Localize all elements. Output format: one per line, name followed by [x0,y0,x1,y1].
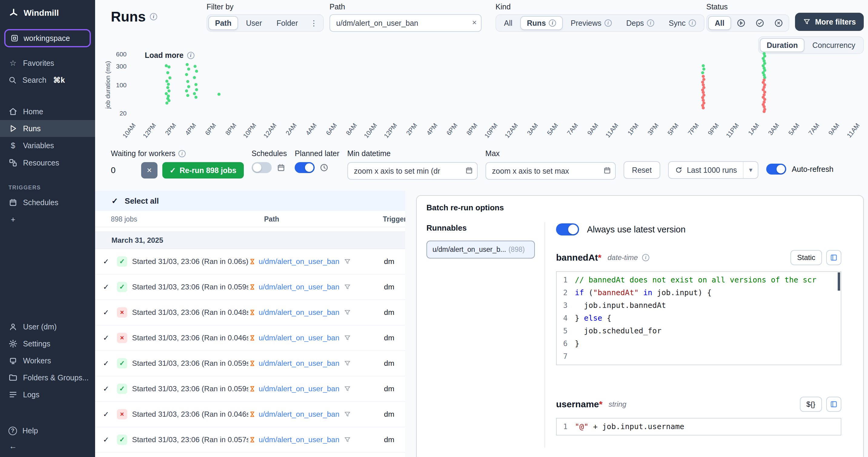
code-editor[interactable]: 1// bannedAt does not exist on all versi… [556,271,841,365]
sidebar-item-variables[interactable]: $ Variables [0,137,95,154]
funnel-icon[interactable] [344,309,351,316]
clear-selection-button[interactable]: × [141,162,157,178]
select-all-label: Select all [125,196,159,206]
sidebar-item-favorites[interactable]: ☆ Favorites [0,55,95,72]
run-row[interactable]: ✓ ✓ Started 31/03, 23:06 (Ran in 0.06s) … [95,249,405,275]
row-checkbox[interactable]: ✓ [103,359,112,368]
row-checkbox[interactable]: ✓ [103,257,112,266]
run-path-link[interactable]: u/dm/alert_on_user_ban [259,410,340,419]
info-icon[interactable]: i [150,13,157,20]
scatter-plot[interactable]: 6003001002010AM12PM2PM4PM6PM8PM10PM12AM2… [131,52,855,118]
run-path-link[interactable]: u/dm/alert_on_user_ban [259,308,340,317]
run-path-link[interactable]: u/dm/alert_on_user_ban [259,283,340,291]
sidebar-item-schedules[interactable]: Schedules [0,194,95,211]
input-mode-button[interactable]: Static [790,250,822,265]
reset-button[interactable]: Reset [624,161,660,179]
sidebar-item-help[interactable]: ? Help [0,423,95,439]
select-all-row[interactable]: ✓ Select all [95,191,405,211]
filter-option-path[interactable]: Path [208,16,238,30]
run-row[interactable]: ✓ × Started 31/03, 23:06 (Ran in 0.046s)… [95,402,405,427]
run-row[interactable]: ✓ ✓ Started 31/03, 23:06 (Ran in 0.057s)… [95,427,405,453]
filter-more-menu-button[interactable]: ⋮ [306,16,322,30]
row-checkbox[interactable]: ✓ [103,435,112,444]
auto-refresh-toggle[interactable] [766,164,786,175]
funnel-icon[interactable] [344,258,351,265]
clear-path-icon[interactable]: × [472,19,477,26]
run-row[interactable]: ✓ ✓ Started 31/03, 23:06 (Ran in 0.059s)… [95,351,405,376]
funnel-icon[interactable] [344,283,351,291]
row-checkbox[interactable]: ✓ [103,334,112,342]
funnel-icon[interactable] [344,411,351,418]
runnable-item[interactable]: u/dm/alert_on_user_b... (898) [427,240,535,258]
status-option-failure[interactable] [770,16,787,30]
calendar-icon[interactable] [465,166,473,177]
max-datetime-input[interactable] [486,162,616,180]
row-checkbox[interactable]: ✓ [103,308,112,317]
filter-option-user[interactable]: User [239,16,269,30]
run-path-link[interactable]: u/dm/alert_on_user_ban [259,334,340,342]
calendar-icon[interactable] [603,166,612,177]
run-row[interactable]: ✓ ✓ Started 31/03, 23:06 (Ran in 0.059s)… [95,275,405,300]
row-checkbox[interactable]: ✓ [103,410,112,419]
editor-scrollbar[interactable] [838,273,840,291]
sidebar-item-settings[interactable]: Settings [0,335,95,352]
run-row[interactable]: ✓ ✓ Started 31/03, 23:06 (Ran in 0.059s)… [95,376,405,402]
filter-option-folder[interactable]: Folder [270,16,305,30]
dollar-icon: $ [8,141,18,150]
sidebar-item-folders-groups[interactable]: Folders & Groups... [0,369,95,386]
kind-option-sync[interactable]: Synci [662,16,703,30]
sidebar-add-trigger-button[interactable]: + [0,211,95,228]
min-datetime-input[interactable] [347,162,477,180]
kind-option-all[interactable]: All [497,16,519,30]
run-path-link[interactable]: u/dm/alert_on_user_ban [259,384,340,393]
triggers-section-label: TRIGGERS [8,184,87,191]
sidebar-collapse-button[interactable]: ← [0,439,95,457]
row-checkbox[interactable]: ✓ [103,384,112,393]
page-title-text: Runs [111,8,146,25]
funnel-icon[interactable] [344,385,351,393]
tab-duration[interactable]: Duration [760,38,804,52]
sidebar-item-resources[interactable]: Resources [0,154,95,171]
sidebar-item-logs[interactable]: Logs [0,386,95,403]
x-axis-tick: 4PM [184,122,198,137]
more-filters-button[interactable]: More filters [795,13,864,31]
status-option-running[interactable] [732,16,750,30]
funnel-icon[interactable] [344,436,351,444]
run-row[interactable]: ✓ × Started 31/03, 23:06 (Ran in 0.046s)… [95,325,405,351]
run-path-link[interactable]: u/dm/alert_on_user_ban [259,435,340,444]
sidebar-item-user[interactable]: User (dm) [0,318,95,335]
funnel-icon[interactable] [344,360,351,367]
tab-concurrency[interactable]: Concurrency [806,38,862,52]
chevron-down-icon[interactable]: ▾ [744,166,758,174]
rerun-jobs-button[interactable]: ✓ Re-run 898 jobs [162,162,244,178]
search-shortcut: ⌘k [53,76,65,85]
code-editor[interactable]: 1"@" + job.input.username [556,418,841,435]
editor-toggle-icon[interactable] [826,397,841,412]
input-mode-button[interactable]: ${} [800,397,822,412]
planned-later-toggle[interactable] [295,162,315,173]
editor-toggle-icon[interactable] [826,250,841,265]
run-row[interactable]: ✓ × Started 31/03, 23:06 (Ran in 0.048s)… [95,300,405,325]
path-filter-input[interactable] [330,14,482,32]
sidebar-item-search[interactable]: Search ⌘k [0,72,95,88]
resources-icon [8,158,18,167]
kind-option-runs[interactable]: Runsi [520,16,563,30]
workspace-selector[interactable]: workingspace [4,29,91,47]
run-path-link[interactable]: u/dm/alert_on_user_ban [259,359,340,368]
last-runs-button[interactable]: Last 1000 runs [669,166,743,175]
status-option-all[interactable]: All [708,16,731,30]
kind-option-previews[interactable]: Previewsi [564,16,618,30]
kind-option-deps[interactable]: Depsi [620,16,661,30]
latest-version-toggle[interactable] [556,223,579,235]
funnel-icon[interactable] [344,334,351,342]
row-checkbox[interactable]: ✓ [103,283,112,291]
scatter-point [187,67,190,70]
schedules-toggle[interactable] [252,162,272,173]
sidebar-item-workers[interactable]: Workers [0,352,95,369]
sidebar-item-home[interactable]: Home [0,103,95,120]
status-option-success[interactable] [751,16,769,30]
sidebar-item-runs[interactable]: Runs [0,120,95,137]
workers-icon [8,356,18,365]
run-path-link[interactable]: u/dm/alert_on_user_ban [259,257,340,266]
app-logo[interactable]: Windmill [0,0,95,24]
